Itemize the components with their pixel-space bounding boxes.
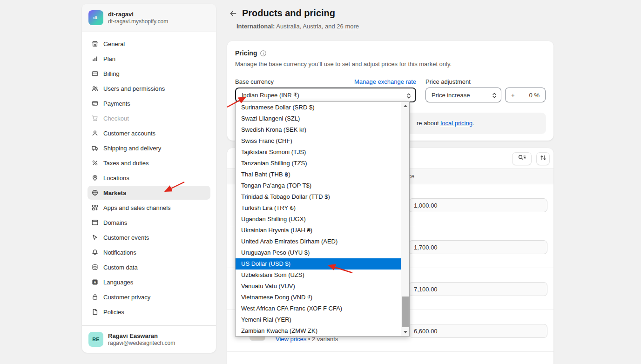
shipping-icon <box>91 144 99 152</box>
variants-count: • 2 variants <box>306 336 338 343</box>
search-filter-icon <box>518 154 526 163</box>
sidebar-item-label: Shipping and delivery <box>103 145 161 152</box>
view-prices-link[interactable]: View prices <box>276 336 306 343</box>
sidebar-item-customer-events[interactable]: Customer events <box>88 230 210 244</box>
sidebar-item-label: Customer privacy <box>103 294 150 301</box>
store-domain: dt-ragavi.myshopify.com <box>108 18 168 25</box>
sidebar-item-label: Plan <box>103 55 115 62</box>
languages-icon: A <box>91 278 99 286</box>
adjustment-percent-input[interactable]: + 0 % <box>505 88 546 102</box>
currency-option[interactable]: West African CFA Franc (XOF F CFA) <box>236 303 401 314</box>
currency-option[interactable]: Turkish Lira (TRY ₺) <box>236 202 401 214</box>
currency-option[interactable]: Tanzanian Shilling (TZS) <box>236 158 401 169</box>
currency-option[interactable]: Ukrainian Hryvnia (UAH ₴) <box>236 225 401 236</box>
currency-option[interactable]: Surinamese Dollar (SRD $) <box>236 102 401 113</box>
back-button[interactable] <box>229 10 237 19</box>
currency-option[interactable]: Tajikistani Somoni (TJS) <box>236 147 401 158</box>
currency-option[interactable]: Swedish Krona (SEK kr) <box>236 124 401 135</box>
location-icon <box>91 174 99 182</box>
currency-option[interactable]: Yemeni Rial (YER) <box>236 314 401 325</box>
triangle-down-icon <box>404 331 407 333</box>
price-field[interactable]: 7,100.00 <box>409 282 547 296</box>
store-avatar: dt- <box>88 10 103 25</box>
sort-button[interactable] <box>536 152 550 165</box>
base-currency-select[interactable]: Indian Rupee (INR ₹) <box>235 88 416 102</box>
info-icon[interactable] <box>260 50 267 57</box>
row-caption: View prices • 2 variants <box>276 336 338 343</box>
sidebar-item-users-and-permissions[interactable]: Users and permissions <box>88 81 210 95</box>
currency-option[interactable]: Swazi Lilangeni (SZL) <box>236 113 401 124</box>
currency-option[interactable]: Vanuatu Vatu (VUV) <box>236 281 401 292</box>
price-adjustment-select[interactable]: Price increase <box>425 88 501 102</box>
price-field[interactable]: 1,000.00 <box>409 198 547 212</box>
sidebar-item-general[interactable]: General <box>88 37 210 51</box>
sidebar-item-locations[interactable]: Locations <box>88 171 210 185</box>
settings-sidebar: dt- dt-ragavi dt-ragavi.myshopify.com Ge… <box>82 4 216 353</box>
more-regions-link[interactable]: 26 more <box>337 23 359 30</box>
sidebar-item-apps-and-sales-channels[interactable]: Apps and sales channels <box>88 201 210 215</box>
user-section: RE Ragavi Easwaran ragavi@wedesigntech.c… <box>82 325 216 353</box>
currency-option[interactable]: Tongan Pa’anga (TOP T$) <box>236 180 401 191</box>
svg-text:A: A <box>94 280 96 284</box>
pricing-description: Manage the base currency you’ll use to s… <box>235 61 452 67</box>
markets-icon <box>91 189 99 196</box>
sidebar-item-label: Checkout <box>103 115 129 122</box>
currency-option[interactable]: Ugandan Shilling (UGX) <box>236 214 401 225</box>
sidebar-item-label: Custom data <box>103 264 138 271</box>
taxes-icon <box>91 159 99 167</box>
local-pricing-link[interactable]: local pricing <box>440 120 472 127</box>
price-field[interactable]: 6,600.00 <box>409 324 547 338</box>
price-adjustment-label: Price adjustment <box>425 78 471 85</box>
sidebar-item-policies[interactable]: Policies <box>88 305 210 319</box>
chevron-updown-icon <box>492 92 497 100</box>
database-icon <box>91 263 99 271</box>
domains-icon <box>91 219 99 226</box>
base-currency-value: Indian Rupee (INR ₹) <box>242 92 299 99</box>
scrollbar[interactable] <box>401 102 409 336</box>
apps-icon <box>91 204 99 211</box>
sidebar-item-customer-accounts[interactable]: Customer accounts <box>88 126 210 140</box>
settings-nav: General Plan Billing Users and permissio… <box>82 32 216 325</box>
base-currency-label: Base currency <box>235 78 274 85</box>
sidebar-item-taxes-and-duties[interactable]: Taxes and duties <box>88 156 210 170</box>
sidebar-item-checkout[interactable]: Checkout <box>88 111 210 125</box>
sidebar-item-payments[interactable]: Payments <box>88 96 210 110</box>
scroll-up-button[interactable] <box>401 102 409 110</box>
scroll-down-button[interactable] <box>401 328 409 336</box>
search-filter-button[interactable] <box>512 152 532 165</box>
sidebar-item-notifications[interactable]: Notifications <box>88 245 210 259</box>
price-adjustment-value: Price increase <box>432 92 470 99</box>
person-icon <box>91 129 99 137</box>
sidebar-item-label: Locations <box>103 175 129 182</box>
sidebar-item-billing[interactable]: Billing <box>88 67 210 81</box>
scrollbar-thumb[interactable] <box>402 297 409 327</box>
sidebar-item-label: Taxes and duties <box>103 160 149 167</box>
chevron-updown-icon <box>406 93 412 101</box>
sidebar-item-shipping-and-delivery[interactable]: Shipping and delivery <box>88 141 210 155</box>
sidebar-item-plan[interactable]: Plan <box>88 52 210 66</box>
sidebar-item-customer-privacy[interactable]: Customer privacy <box>88 290 210 304</box>
currency-option[interactable]: United Arab Emirates Dirham (AED) <box>236 236 401 247</box>
sidebar-item-label: Notifications <box>103 249 136 256</box>
sidebar-item-custom-data[interactable]: Custom data <box>88 260 210 274</box>
events-icon <box>91 234 99 241</box>
currency-option-selected[interactable]: US Dollar (USD $) <box>236 258 401 270</box>
currency-option[interactable]: Vietnamese Dong (VND ₫) <box>236 292 401 303</box>
banner-text-fragment: re about <box>417 120 440 127</box>
sidebar-item-languages[interactable]: A Languages <box>88 275 210 289</box>
price-field[interactable]: 1,700.00 <box>409 240 547 254</box>
sidebar-item-markets[interactable]: Markets <box>88 186 210 200</box>
currency-option[interactable]: Thai Baht (THB ฿) <box>236 169 401 180</box>
users-icon <box>91 85 99 92</box>
currency-option[interactable]: Uzbekistani Som (UZS) <box>236 270 401 281</box>
manage-exchange-rate-link[interactable]: Manage exchange rate <box>354 78 416 85</box>
market-regions: Australia, Austria, and <box>275 23 337 30</box>
market-label: International: <box>236 23 275 30</box>
currency-option[interactable]: Uruguayan Peso (UYU $) <box>236 247 401 258</box>
payments-icon <box>91 100 99 107</box>
currency-option[interactable]: Trinidad & Tobago Dollar (TTD $) <box>236 191 401 202</box>
lock-icon <box>91 293 99 301</box>
currency-option[interactable]: Swiss Franc (CHF) <box>236 135 401 147</box>
sidebar-item-domains[interactable]: Domains <box>88 216 210 229</box>
currency-option[interactable]: Zambian Kwacha (ZMW ZK) <box>236 325 401 336</box>
